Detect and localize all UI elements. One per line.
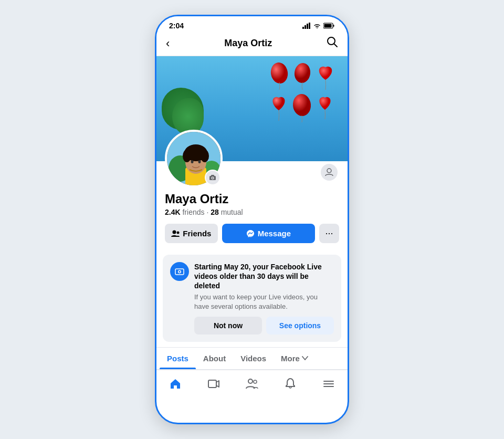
profile-tabs: Posts About Videos More (156, 347, 348, 370)
notification-body: If you want to keep your Live videos, yo… (194, 292, 334, 311)
action-buttons: Friends Message ··· (165, 224, 339, 243)
svg-point-28 (173, 230, 176, 234)
bottom-nav-bell[interactable] (276, 375, 305, 392)
bottom-nav-video[interactable] (199, 375, 228, 392)
avatar-wrapper (165, 130, 223, 187)
friends-button-label: Friends (183, 229, 211, 238)
svg-rect-34 (208, 380, 216, 388)
svg-point-25 (212, 177, 214, 179)
notification-actions: Not now See options (194, 317, 334, 335)
profile-sub: 2.4K friends · 28 mutual (165, 208, 339, 216)
more-button[interactable]: ··· (319, 224, 339, 243)
balloon-group (269, 61, 337, 123)
balloon-4 (269, 92, 289, 121)
svg-point-33 (179, 271, 181, 273)
balloon-2 (292, 61, 313, 90)
svg-point-36 (254, 380, 257, 383)
add-friend-button[interactable] (319, 162, 339, 182)
svg-rect-5 (333, 25, 334, 27)
svg-point-9 (269, 61, 289, 85)
time: 2:04 (169, 22, 184, 30)
battery-icon (323, 23, 335, 29)
friends-button[interactable]: Friends (165, 224, 218, 243)
notification-title: Starting May 20, your Facebook Live vide… (194, 262, 334, 291)
notification-content: Starting May 20, your Facebook Live vide… (194, 262, 334, 335)
chevron-down-icon (302, 356, 308, 360)
status-bar: 2:04 (156, 16, 348, 33)
tab-videos[interactable]: Videos (233, 348, 274, 369)
people-icon (246, 378, 258, 390)
balloon-5 (291, 92, 313, 123)
bell-icon (284, 378, 297, 390)
tab-posts[interactable]: Posts (160, 348, 196, 369)
profile-name: Maya Ortiz (165, 192, 339, 206)
mutual-label: mutual (221, 208, 243, 216)
tab-about[interactable]: About (196, 348, 233, 369)
messenger-icon (246, 229, 255, 238)
svg-point-20 (186, 145, 205, 156)
mutual-count: 28 (211, 208, 219, 216)
add-friend-icon (324, 168, 334, 177)
phone-frame: 2:04 ‹ Maya Ortiz (155, 15, 349, 424)
bottom-nav-menu[interactable] (314, 375, 343, 392)
bottom-nav-people[interactable] (237, 375, 267, 392)
home-icon (169, 378, 182, 390)
notification-icon (170, 262, 189, 281)
svg-rect-2 (307, 24, 308, 29)
menu-icon (322, 378, 335, 390)
svg-rect-3 (309, 23, 310, 29)
svg-point-10 (293, 62, 312, 84)
camera-badge[interactable] (205, 170, 220, 185)
svg-point-27 (327, 169, 331, 173)
svg-rect-1 (304, 25, 306, 29)
search-button[interactable] (327, 36, 338, 50)
profile-section: Maya Ortiz 2.4K friends · 28 mutual Frie… (156, 161, 348, 249)
bottom-nav-home[interactable] (161, 375, 190, 392)
friends-count: 2.4K (165, 208, 181, 216)
svg-rect-6 (324, 24, 332, 28)
camera-icon (209, 174, 216, 181)
video-icon (207, 378, 220, 390)
not-now-button[interactable]: Not now (194, 317, 262, 335)
back-button[interactable]: ‹ (166, 37, 170, 50)
tab-more[interactable]: More (274, 348, 316, 369)
friends-label: friends (182, 208, 204, 216)
balloon-3 (315, 61, 336, 90)
message-button-label: Message (258, 229, 291, 238)
signal-icon (302, 23, 311, 29)
balloon-6 (315, 92, 335, 120)
svg-point-35 (248, 379, 253, 383)
nav-title: Maya Ortiz (224, 38, 272, 49)
more-dots: ··· (325, 228, 333, 239)
nav-bar: ‹ Maya Ortiz (156, 33, 348, 56)
svg-rect-26 (211, 175, 214, 176)
svg-point-29 (177, 231, 180, 234)
notification-banner: Starting May 20, your Facebook Live vide… (163, 255, 341, 342)
see-options-button[interactable]: See options (266, 317, 334, 335)
wifi-icon (313, 23, 321, 29)
svg-rect-0 (302, 27, 304, 29)
status-icons (302, 23, 335, 29)
svg-point-21 (191, 160, 194, 163)
friends-icon (171, 229, 180, 238)
svg-point-22 (198, 160, 201, 163)
balloon-1 (269, 61, 290, 90)
svg-point-11 (292, 93, 312, 117)
live-video-icon (175, 267, 184, 276)
svg-line-8 (334, 44, 337, 47)
bottom-nav (156, 370, 348, 398)
search-icon (327, 36, 338, 48)
message-button[interactable]: Message (222, 224, 315, 243)
